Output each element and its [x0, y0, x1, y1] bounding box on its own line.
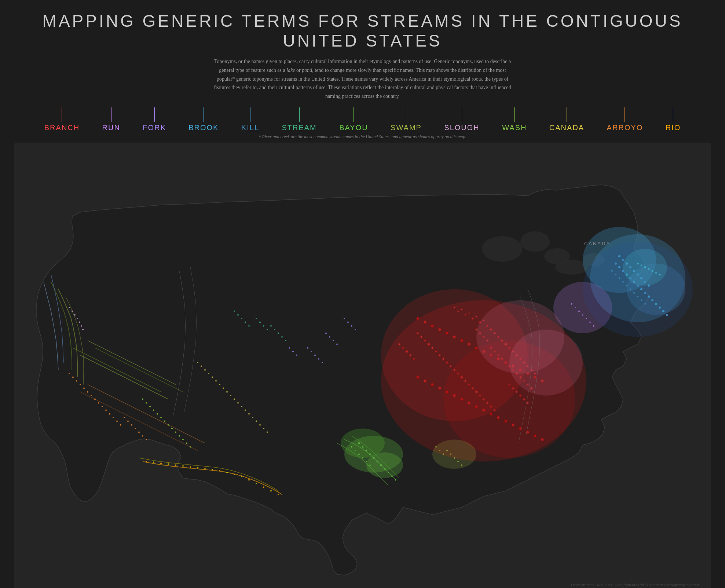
svg-point-233	[175, 431, 176, 433]
svg-point-262	[160, 463, 162, 464]
svg-point-287	[223, 387, 224, 389]
svg-point-184	[314, 354, 316, 356]
svg-point-236	[186, 442, 187, 444]
svg-point-306	[82, 329, 84, 330]
legend-line-stream	[299, 107, 300, 122]
svg-point-200	[237, 314, 239, 316]
svg-point-246	[120, 424, 121, 426]
svg-point-230	[164, 420, 165, 422]
legend-line-arroyo	[625, 107, 625, 122]
svg-point-259	[69, 373, 70, 374]
legend-item-run: RUN	[102, 107, 120, 132]
legend-item-kill: KILL	[241, 107, 259, 132]
svg-point-268	[204, 468, 206, 470]
legend-label-wash: WASH	[502, 124, 527, 132]
svg-point-257	[76, 380, 77, 382]
legend-label-brook: BROOK	[188, 124, 219, 132]
svg-point-290	[234, 398, 235, 400]
svg-point-260	[146, 461, 147, 462]
legend-line-rio	[673, 107, 673, 122]
svg-point-232	[171, 428, 173, 429]
legend-item-arroyo: ARROYO	[607, 107, 643, 132]
svg-point-271	[226, 472, 228, 473]
svg-point-258	[72, 376, 74, 378]
svg-point-256	[80, 384, 81, 385]
svg-point-293	[245, 409, 246, 411]
legend-item-bayou: BAYOU	[339, 107, 368, 132]
legend-label-bayou: BAYOU	[339, 124, 368, 132]
svg-point-255	[83, 387, 85, 389]
footnote: * River and creek are the most common st…	[259, 134, 466, 140]
svg-point-249	[105, 409, 107, 411]
legend-item-wash: WASH	[502, 107, 527, 132]
svg-point-285	[215, 380, 217, 382]
svg-point-261	[153, 462, 154, 463]
map-svg: CANADA	[14, 143, 711, 588]
legend-label-branch: BRANCH	[44, 124, 80, 132]
svg-point-120	[509, 330, 583, 396]
svg-point-312	[461, 464, 462, 466]
svg-point-274	[248, 479, 250, 481]
svg-point-234	[179, 435, 180, 437]
svg-text:Derek Watkins 2009-2011. Data : Derek Watkins 2009-2011. Data from the U…	[570, 583, 700, 587]
svg-point-267	[197, 467, 198, 468]
svg-point-168	[575, 307, 576, 308]
svg-point-275	[256, 483, 257, 484]
svg-point-189	[296, 354, 297, 356]
svg-point-303	[77, 318, 78, 319]
svg-point-269	[212, 469, 213, 470]
svg-point-305	[81, 325, 82, 327]
svg-point-254	[87, 391, 88, 393]
svg-point-190	[270, 325, 272, 327]
svg-point-215	[351, 446, 352, 448]
svg-point-171	[586, 318, 587, 319]
svg-point-251	[98, 402, 99, 404]
svg-point-177	[355, 329, 356, 330]
legend-line-fork	[154, 107, 155, 122]
svg-point-298	[263, 428, 264, 429]
svg-point-284	[212, 376, 213, 378]
legend-lines: BRANCHRUNFORKBROOKKILLSTREAMBAYOUSWAMPSL…	[22, 112, 703, 132]
legend-line-swamp	[406, 107, 406, 122]
svg-point-300	[69, 307, 70, 308]
svg-point-265	[182, 465, 184, 467]
svg-point-288	[226, 391, 228, 393]
svg-point-183	[311, 351, 312, 352]
svg-point-2	[482, 236, 522, 262]
legend-line-kill	[250, 107, 250, 122]
svg-point-291	[237, 402, 239, 404]
svg-point-3	[520, 231, 550, 252]
svg-point-180	[333, 340, 334, 341]
svg-point-310	[454, 457, 455, 459]
legend-label-fork: FORK	[143, 124, 166, 132]
svg-point-314	[443, 453, 444, 455]
svg-point-199	[234, 310, 235, 312]
svg-point-276	[263, 486, 264, 488]
svg-text:CANADA: CANADA	[584, 241, 610, 246]
svg-point-170	[582, 314, 583, 316]
svg-point-307	[432, 440, 476, 469]
svg-point-218	[362, 457, 363, 459]
svg-point-174	[344, 318, 345, 319]
svg-point-270	[219, 470, 220, 471]
svg-point-208	[362, 446, 363, 448]
svg-point-273	[241, 475, 242, 477]
svg-point-186	[322, 362, 323, 363]
svg-point-196	[259, 321, 261, 323]
svg-point-253	[91, 395, 92, 396]
svg-point-245	[116, 420, 118, 422]
subtitle-text: Toponyms, or the names given to places, …	[212, 57, 513, 101]
legend-line-wash	[514, 107, 515, 122]
svg-point-219	[366, 461, 367, 462]
legend-item-brook: BROOK	[188, 107, 219, 132]
svg-point-181	[336, 343, 338, 345]
svg-point-266	[190, 466, 191, 468]
legend-label-slough: SLOUGH	[444, 124, 479, 132]
svg-point-182	[307, 347, 308, 349]
svg-point-197	[263, 325, 264, 327]
svg-point-195	[256, 318, 257, 319]
svg-point-169	[578, 310, 580, 312]
svg-point-247	[113, 417, 114, 418]
svg-point-203	[248, 325, 250, 327]
svg-point-281	[201, 365, 202, 367]
